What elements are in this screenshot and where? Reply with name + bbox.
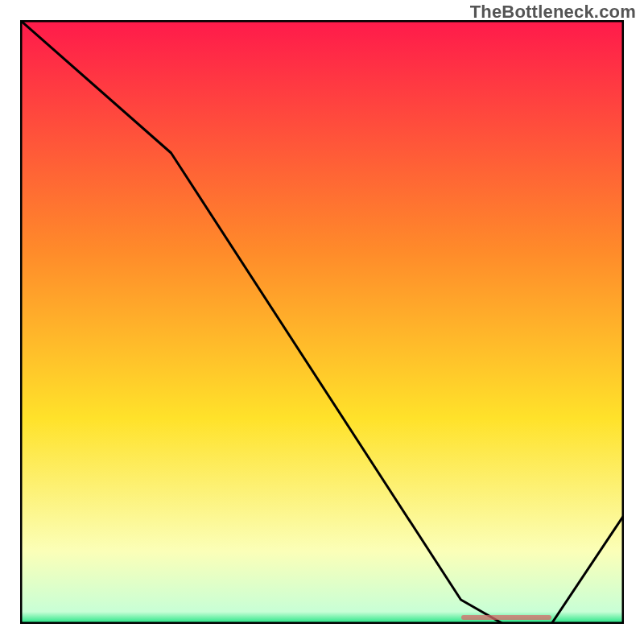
watermark-text: TheBottleneck.com bbox=[470, 2, 636, 23]
optimal-zone-marker bbox=[461, 615, 552, 620]
gradient-background bbox=[20, 20, 624, 624]
chart-svg bbox=[20, 20, 624, 624]
plot-area bbox=[20, 20, 624, 624]
chart-container: TheBottleneck.com bbox=[0, 0, 644, 644]
